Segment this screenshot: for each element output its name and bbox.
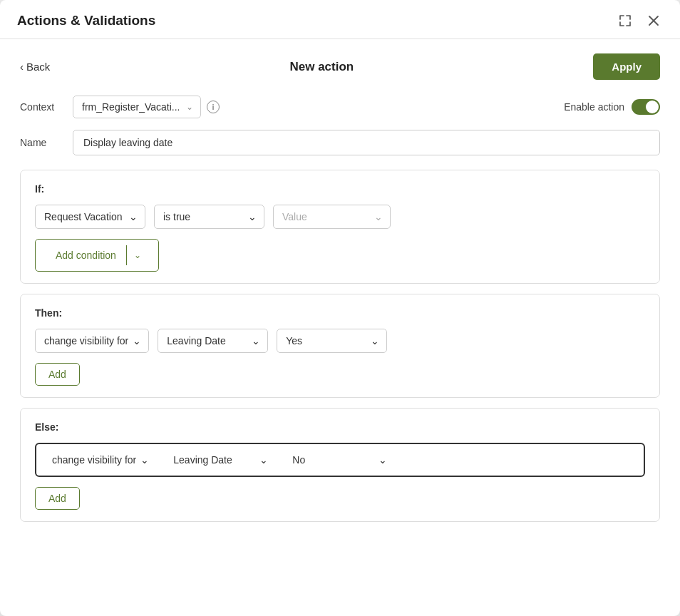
modal: Actions & Validations ‹ Back New action … (0, 0, 680, 616)
name-row: Name (20, 130, 660, 155)
add-condition-chevron-icon[interactable]: ⌄ (126, 245, 148, 265)
then-field-dropdown[interactable]: Leaving Date ⌄ (158, 329, 268, 353)
context-value: frm_Register_Vacati... (82, 101, 180, 113)
top-bar: ‹ Back New action Apply (20, 53, 660, 80)
then-action-row: change visibility for ⌄ Leaving Date ⌄ Y… (35, 329, 645, 353)
if-operator-chevron-icon: ⌄ (248, 211, 257, 222)
header-icons (616, 13, 663, 29)
else-section: Else: change visibility for ⌄ Leaving Da… (20, 408, 660, 522)
if-value-chevron-icon: ⌄ (374, 211, 383, 222)
context-row: Context frm_Register_Vacati... ⌄ i Enabl… (20, 96, 660, 118)
then-action-value: change visibility for (44, 335, 128, 346)
name-input[interactable] (73, 130, 660, 155)
enable-action-label: Enable action (564, 101, 624, 113)
if-operator-dropdown[interactable]: is true ⌄ (154, 205, 264, 229)
back-label: Back (26, 61, 50, 73)
close-icon[interactable] (644, 13, 663, 29)
context-chevron-icon: ⌄ (186, 102, 193, 112)
apply-button[interactable]: Apply (593, 53, 660, 80)
if-field-dropdown[interactable]: Request Vacation ⌄ (35, 205, 145, 229)
then-value-dropdown[interactable]: Yes ⌄ (277, 329, 387, 353)
context-dropdown[interactable]: frm_Register_Vacati... ⌄ (73, 96, 201, 118)
info-icon: i (207, 101, 220, 113)
else-value-dropdown[interactable]: No ⌄ (284, 448, 394, 471)
then-value-chevron-icon: ⌄ (371, 335, 379, 346)
add-condition-btn-group: Add condition ⌄ (35, 239, 645, 272)
else-field-chevron-icon: ⌄ (259, 454, 268, 466)
if-field-value: Request Vacation (44, 211, 122, 222)
then-field-value: Leaving Date (167, 335, 226, 346)
then-action-dropdown[interactable]: change visibility for ⌄ (35, 329, 149, 353)
then-add-button[interactable]: Add (35, 363, 80, 386)
back-button[interactable]: ‹ Back (20, 61, 50, 73)
else-value-chevron-icon: ⌄ (378, 454, 387, 466)
then-field-chevron-icon: ⌄ (252, 335, 260, 346)
if-label: If: (35, 183, 645, 195)
if-condition-row: Request Vacation ⌄ is true ⌄ Value ⌄ (35, 205, 645, 229)
enable-action-row: Enable action (564, 99, 660, 115)
if-value-text: Value (282, 211, 307, 222)
then-label: Then: (35, 307, 645, 319)
context-select-group: frm_Register_Vacati... ⌄ i (73, 96, 220, 118)
page-title: New action (289, 60, 354, 74)
name-label: Name (20, 137, 63, 148)
context-label: Context (20, 101, 63, 113)
then-section: Then: change visibility for ⌄ Leaving Da… (20, 294, 660, 398)
modal-body: ‹ Back New action Apply Context frm_Regi… (0, 39, 680, 616)
if-operator-value: is true (163, 211, 190, 222)
if-field-chevron-icon: ⌄ (129, 211, 138, 222)
else-label: Else: (35, 421, 645, 433)
back-chevron-icon: ‹ (20, 61, 24, 73)
expand-icon[interactable] (616, 13, 634, 29)
enable-action-toggle[interactable] (632, 99, 660, 115)
else-action-chevron-icon: ⌄ (140, 454, 149, 466)
add-condition-label: Add condition (46, 245, 126, 266)
else-action-row: change visibility for ⌄ Leaving Date ⌄ N… (35, 443, 645, 477)
else-field-value: Leaving Date (173, 454, 232, 466)
else-action-value: change visibility for (52, 454, 136, 466)
then-value-text: Yes (286, 335, 302, 346)
if-section: If: Request Vacation ⌄ is true ⌄ Value ⌄… (20, 170, 660, 284)
then-action-chevron-icon: ⌄ (133, 335, 141, 346)
modal-header: Actions & Validations (0, 0, 680, 39)
else-field-dropdown[interactable]: Leaving Date ⌄ (165, 448, 275, 471)
modal-title: Actions & Validations (17, 13, 155, 29)
else-add-button[interactable]: Add (35, 487, 80, 510)
add-condition-button[interactable]: Add condition ⌄ (35, 239, 159, 272)
if-value-dropdown[interactable]: Value ⌄ (273, 205, 391, 229)
else-value-text: No (292, 454, 305, 466)
else-action-dropdown[interactable]: change visibility for ⌄ (43, 448, 156, 471)
